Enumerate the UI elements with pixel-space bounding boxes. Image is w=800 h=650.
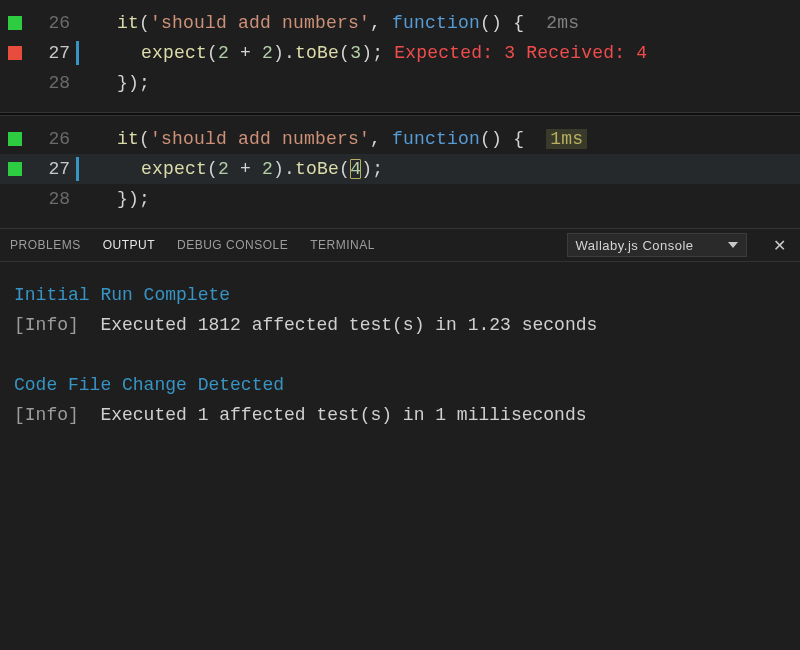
code-content: expect(2 + 2).toBe(4); bbox=[81, 159, 800, 179]
code-line[interactable]: 26it('should add numbers', function() { … bbox=[0, 8, 800, 38]
editor-pane-after[interactable]: 26it('should add numbers', function() { … bbox=[0, 116, 800, 228]
console-line: Code File Change Detected bbox=[14, 370, 786, 400]
cursor-indicator bbox=[76, 41, 79, 65]
gutter-spacer bbox=[8, 76, 22, 90]
red-test-marker-icon bbox=[8, 46, 22, 60]
cursor-indicator bbox=[76, 157, 79, 181]
line-number: 27 bbox=[22, 159, 76, 179]
code-content: it('should add numbers', function() { 1m… bbox=[81, 129, 800, 149]
console-output[interactable]: Initial Run Complete[Info] Executed 1812… bbox=[0, 262, 800, 448]
line-number: 28 bbox=[22, 73, 76, 93]
panel-tabs: PROBLEMS OUTPUT DEBUG CONSOLE TERMINAL W… bbox=[0, 228, 800, 262]
code-line[interactable]: 26it('should add numbers', function() { … bbox=[0, 124, 800, 154]
code-content: }); bbox=[81, 189, 800, 209]
green-test-marker-icon bbox=[8, 162, 22, 176]
console-line: [Info] Executed 1812 affected test(s) in… bbox=[14, 310, 786, 340]
line-number: 26 bbox=[22, 129, 76, 149]
output-source-dropdown[interactable]: Wallaby.js Console bbox=[567, 233, 747, 257]
code-content: }); bbox=[81, 73, 800, 93]
close-icon[interactable]: ✕ bbox=[769, 236, 791, 255]
dropdown-label: Wallaby.js Console bbox=[576, 238, 694, 253]
code-content: expect(2 + 2).toBe(3); Expected: 3 Recei… bbox=[81, 43, 800, 63]
editor-pane-before[interactable]: 26it('should add numbers', function() { … bbox=[0, 0, 800, 112]
console-line: Initial Run Complete bbox=[14, 280, 786, 310]
chevron-down-icon bbox=[728, 242, 738, 248]
tab-output[interactable]: OUTPUT bbox=[103, 238, 155, 252]
code-line[interactable]: 27expect(2 + 2).toBe(3); Expected: 3 Rec… bbox=[0, 38, 800, 68]
green-test-marker-icon bbox=[8, 16, 22, 30]
tab-problems[interactable]: PROBLEMS bbox=[10, 238, 81, 252]
code-line[interactable]: 28}); bbox=[0, 68, 800, 98]
gutter-spacer bbox=[8, 192, 22, 206]
code-content: it('should add numbers', function() { 2m… bbox=[81, 13, 800, 33]
code-line[interactable]: 28}); bbox=[0, 184, 800, 214]
console-line bbox=[14, 340, 786, 370]
tab-terminal[interactable]: TERMINAL bbox=[310, 238, 375, 252]
bottom-panel: PROBLEMS OUTPUT DEBUG CONSOLE TERMINAL W… bbox=[0, 228, 800, 448]
code-line[interactable]: 27expect(2 + 2).toBe(4); bbox=[0, 154, 800, 184]
tab-debug-console[interactable]: DEBUG CONSOLE bbox=[177, 238, 288, 252]
line-number: 26 bbox=[22, 13, 76, 33]
line-number: 28 bbox=[22, 189, 76, 209]
green-test-marker-icon bbox=[8, 132, 22, 146]
line-number: 27 bbox=[22, 43, 76, 63]
console-line: [Info] Executed 1 affected test(s) in 1 … bbox=[14, 400, 786, 430]
